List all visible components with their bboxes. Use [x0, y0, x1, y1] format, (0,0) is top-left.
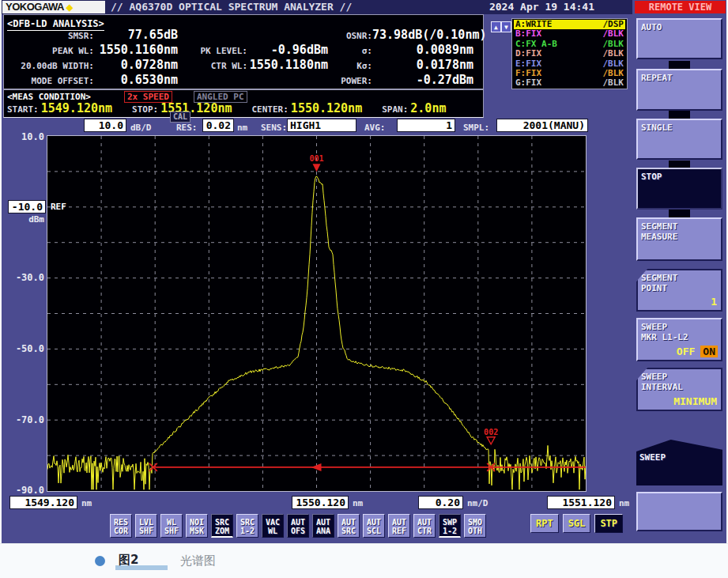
yaxis-unit-label: dBm [2, 214, 44, 225]
softkey-sweep-mkr-l1-l2[interactable]: SWEEPMKR L1-L2OFFON [636, 318, 722, 361]
toolbar-src-1-2[interactable]: SRC1-2 [236, 514, 258, 538]
yaxis-top-label: 10.0 [2, 131, 44, 142]
softkey-sidebar: AUTOREPEATSINGLESTOPSEGMENTMEASURESEGMEN… [634, 0, 726, 543]
toolbar-button-line: ANA [313, 527, 334, 535]
figure-label: 图2 [119, 553, 138, 568]
toolbar-src-zom[interactable]: SRCZOM [211, 514, 233, 538]
scale-per-div-box[interactable]: 0.20 [418, 496, 463, 509]
start-wl-unit: nm [81, 498, 92, 508]
toolbar-button-line: CTR [414, 527, 435, 535]
toolbar-button-line: REF [389, 527, 409, 535]
trace-row-b[interactable]: B:FIX/BLK [514, 29, 625, 39]
softkey-joint [669, 61, 690, 69]
toolbar-button-line: SMO [465, 518, 485, 527]
softkey-sweep-interval[interactable]: SWEEPINTERVALMINIMUM [636, 368, 722, 411]
analysis-value: 73.98dB(/0.10nm) [372, 28, 473, 42]
softkey-label: INTERVAL [641, 382, 718, 392]
level-unit-label: dB/D [130, 123, 152, 133]
ref-level-box[interactable]: -10.0 [8, 200, 46, 213]
toolbar-aut-src[interactable]: AUTSRC [338, 514, 360, 538]
softkey-repeat[interactable]: REPEAT [636, 69, 722, 111]
toolbar-button-line: AUT [389, 518, 409, 527]
meas-value[interactable]: 1550.120nm [291, 101, 362, 115]
softkey-sweep[interactable]: SWEEP [636, 440, 722, 485]
center-wl-box[interactable]: 1550.120 [292, 496, 349, 509]
toolbar-res-cor[interactable]: RESCOR [110, 514, 132, 538]
toolbar-aut-ana[interactable]: AUTANA [312, 514, 334, 538]
toolbar-sgl[interactable]: SGL [563, 514, 591, 533]
softkey-stop[interactable]: STOP [636, 168, 722, 210]
softkey-auto[interactable]: AUTO [636, 18, 722, 59]
marker-001-icon [313, 164, 321, 172]
level-scale-box[interactable]: 10.0 [84, 119, 126, 132]
softkey-segment-measure[interactable]: SEGMENTMEASURE [636, 217, 722, 261]
trace-row-d[interactable]: D:FIX/BLK [514, 49, 625, 59]
toolbar-smo-oth[interactable]: SMOOTH [464, 514, 486, 538]
start-wl-box[interactable]: 1549.120 [9, 496, 77, 509]
analysis-row: MODE OFFSET:0.6530nmPOWER:-0.27dBm [6, 73, 481, 88]
meas-value[interactable]: 2.0nm [410, 101, 446, 115]
average-box[interactable]: 1 [397, 119, 455, 132]
yokogawa-logo: YOKOGAWA ◆ [2, 1, 105, 13]
analysis-value: 77.65dB [94, 28, 178, 42]
toolbar-button-line: AUT [313, 518, 334, 527]
bullet-icon [95, 556, 105, 566]
toolbar-button-line: SHF [161, 527, 182, 535]
trace-mode: /BLK [603, 78, 624, 88]
softkey-joint [669, 111, 690, 119]
analysis-label: OSNR: [328, 31, 372, 41]
softkey-segment-point[interactable]: SEGMENTPOINT1 [636, 269, 722, 312]
resolution-box[interactable]: 0.02 [202, 119, 234, 132]
toolbar-button-line: SRC [338, 527, 359, 535]
cal-badge: CAL [170, 111, 190, 123]
yaxis-tick--90: -90.0 [2, 485, 44, 496]
toolbar-aut-scl[interactable]: AUTSCL [363, 514, 385, 538]
trace-down-icon[interactable]: ▼ [501, 21, 511, 32]
softkey-value: MINIMUM [673, 395, 717, 407]
stop-wl-box[interactable]: 1551.120 [547, 496, 615, 509]
yaxis-tick--30: -30.0 [2, 272, 44, 283]
trace-up-icon[interactable]: ▲ [491, 21, 501, 32]
toolbar-aut-ofs[interactable]: AUTOFS [287, 514, 309, 538]
analysis-value: 0.6530nm [94, 73, 178, 87]
sampling-box[interactable]: 2001(MANU) [496, 119, 588, 132]
smpl-label: SMPL: [463, 123, 489, 133]
analysis-label: PK LEVEL: [178, 46, 247, 56]
analysis-results: SMSR:77.65dBOSNR:73.98dB(/0.10nm)PEAK WL… [6, 28, 481, 88]
spectrum-plot: 001002 [47, 135, 587, 492]
toolbar-button-line: SRC [237, 518, 258, 527]
analysis-label: SMSR: [6, 31, 94, 41]
meas-label: SPAN: [382, 104, 408, 115]
meas-label: CENTER: [252, 104, 289, 115]
meas-value[interactable]: 1549.120nm [41, 101, 112, 115]
toolbar-lvl-shf[interactable]: LVLSHF [135, 514, 157, 538]
sensitivity-box[interactable]: HIGH1 [287, 119, 356, 132]
analysis-value: 1550.1180nm [247, 58, 328, 72]
marker-001-label: 001 [309, 154, 323, 163]
trace-row-g[interactable]: G:FIX/BLK [514, 78, 625, 88]
trace-mode: /BLK [603, 49, 624, 59]
toolbar-vac-wl[interactable]: VACWL [262, 514, 284, 538]
toolbar-rpt[interactable]: RPT [530, 514, 559, 533]
softkey-value: 1 [711, 296, 717, 308]
toolbar-aut-ctr[interactable]: AUTCTR [413, 514, 436, 538]
toolbar-button-line: 1-2 [439, 527, 460, 535]
title-bar: YOKOGAWA ◆ // AQ6370D OPTICAL SPECTRUM A… [2, 0, 632, 14]
softkey-blank[interactable] [636, 492, 722, 531]
dfb-ld-analysis-panel: <DFB-LD ANALYSIS> SMSR:77.65dBOSNR:73.98… [3, 14, 484, 89]
yaxis-tick--50: -50.0 [2, 343, 44, 354]
avg-label: AVG: [364, 123, 386, 133]
toolbar-noi-msk[interactable]: NOIMSK [186, 514, 208, 538]
toolbar-swp-1-2[interactable]: SWP1-2 [439, 514, 461, 538]
toolbar-button-line: OTH [465, 527, 485, 535]
logo-text: YOKOGAWA [6, 1, 64, 13]
toggle-off-label: OFF [677, 346, 695, 357]
toolbar-aut-ref[interactable]: AUTREF [388, 514, 410, 538]
toolbar-wl-shf[interactable]: WLSHF [160, 514, 183, 538]
stop-wl-unit: nm [619, 498, 629, 508]
diamond-icon: ◆ [66, 2, 73, 12]
toolbar-button-line: ZOM [212, 527, 232, 535]
softkey-single[interactable]: SINGLE [636, 119, 722, 160]
softkey-label: SEGMENT [641, 273, 718, 283]
toolbar-stp[interactable]: STP [594, 514, 623, 533]
